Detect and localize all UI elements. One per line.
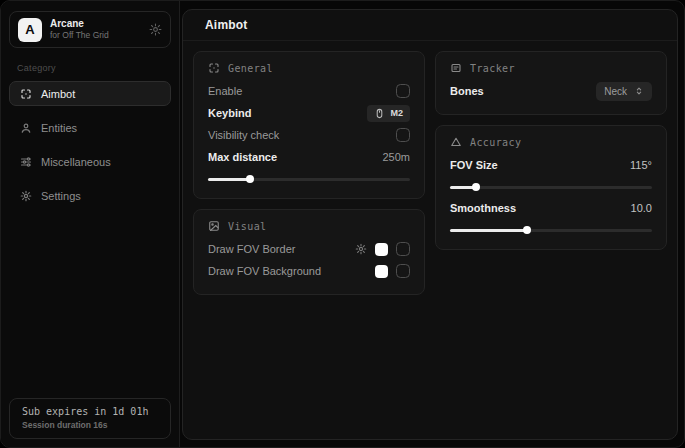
- bones-row: Bones Neck: [450, 80, 652, 102]
- card-title: General: [228, 63, 273, 74]
- image-icon: [208, 220, 220, 232]
- fov-size-row: FOV Size 115°: [450, 154, 652, 176]
- draw-fov-background-row: Draw FOV Background: [208, 260, 410, 282]
- mouse-icon: [374, 108, 385, 119]
- app-title-block: Arcane for Off The Grid: [50, 18, 141, 41]
- tracker-card: Tracker Bones Neck: [435, 51, 667, 115]
- app-window: A Arcane for Off The Grid Category: [0, 0, 685, 448]
- chevron-up-down-icon: [634, 86, 644, 96]
- keybind-value: M2: [390, 108, 403, 118]
- app-subtitle: for Off The Grid: [50, 30, 141, 41]
- user-icon: [20, 122, 32, 134]
- draw-fov-border-checkbox[interactable]: [396, 242, 410, 256]
- accuracy-card-header: Accuracy: [450, 136, 652, 148]
- fov-border-color-swatch[interactable]: [375, 243, 388, 256]
- fov-background-color-swatch[interactable]: [375, 265, 388, 278]
- sidebar-item-label: Entities: [41, 122, 77, 134]
- page-title: Aimbot: [205, 18, 248, 32]
- sidebar: A Arcane for Off The Grid Category: [1, 1, 180, 447]
- max-distance-label: Max distance: [208, 151, 277, 163]
- fov-size-slider[interactable]: [450, 183, 652, 191]
- enable-row: Enable: [208, 80, 410, 102]
- subscription-card: Sub expires in 1d 01h Session duration 1…: [9, 398, 171, 439]
- visual-card: Visual Draw FOV Border: [193, 209, 425, 295]
- sidebar-item-label: Aimbot: [41, 88, 75, 100]
- card-title: Visual: [228, 221, 267, 232]
- slider-fill: [208, 178, 250, 181]
- visibility-check-label: Visibility check: [208, 129, 279, 141]
- fov-background-controls: [375, 264, 410, 278]
- slider-fill: [450, 186, 476, 189]
- tracker-card-header: Tracker: [450, 62, 652, 74]
- draw-fov-border-row: Draw FOV Border: [208, 238, 410, 260]
- draw-fov-background-label: Draw FOV Background: [208, 265, 321, 277]
- bones-selected-value: Neck: [604, 86, 627, 97]
- draw-fov-border-label: Draw FOV Border: [208, 243, 295, 255]
- smoothness-slider[interactable]: [450, 226, 652, 234]
- slider-track: [450, 186, 652, 189]
- sidebar-item-label: Settings: [41, 190, 81, 202]
- keybind-label: Keybind: [208, 107, 251, 119]
- enable-label: Enable: [208, 85, 242, 97]
- crosshair-icon: [20, 88, 32, 100]
- smoothness-row: Smoothness 10.0: [450, 197, 652, 219]
- smoothness-value: 10.0: [631, 202, 652, 214]
- max-distance-value: 250m: [382, 151, 410, 163]
- category-label: Category: [17, 63, 163, 73]
- smoothness-label: Smoothness: [450, 202, 516, 214]
- slider-fill: [450, 229, 527, 232]
- triangle-icon: [450, 136, 462, 148]
- keybind-button[interactable]: M2: [367, 105, 410, 122]
- fov-size-value: 115°: [630, 159, 652, 171]
- crosshair-icon: [208, 62, 220, 74]
- visibility-check-checkbox[interactable]: [396, 128, 410, 142]
- max-distance-slider[interactable]: [208, 175, 410, 183]
- right-column: Tracker Bones Neck: [435, 51, 667, 250]
- general-card: General Enable Keybind: [193, 51, 425, 199]
- enable-checkbox[interactable]: [396, 84, 410, 98]
- content-area: General Enable Keybind: [183, 41, 677, 305]
- card-title: Accuracy: [470, 137, 521, 148]
- general-card-header: General: [208, 62, 410, 74]
- main-panel: Aimbot General E: [182, 9, 678, 440]
- sidebar-item-miscellaneous[interactable]: Miscellaneous: [9, 149, 171, 174]
- accuracy-card: Accuracy FOV Size 115° Smoothness 10.0: [435, 125, 667, 250]
- app-name: Arcane: [50, 18, 141, 31]
- fov-size-label: FOV Size: [450, 159, 498, 171]
- sliders-icon: [20, 156, 32, 168]
- fov-border-controls: [355, 242, 410, 256]
- sidebar-item-entities[interactable]: Entities: [9, 115, 171, 140]
- sidebar-item-settings[interactable]: Settings: [9, 183, 171, 208]
- gear-icon[interactable]: [149, 23, 162, 36]
- left-column: General Enable Keybind: [193, 51, 425, 295]
- sub-expiry-text: Sub expires in 1d 01h: [22, 406, 158, 417]
- bones-label: Bones: [450, 85, 484, 97]
- max-distance-row: Max distance 250m: [208, 146, 410, 168]
- panel-lines-icon: [450, 62, 462, 74]
- gear-icon: [20, 190, 32, 202]
- bones-select[interactable]: Neck: [596, 82, 652, 101]
- app-header-card: A Arcane for Off The Grid: [9, 11, 171, 48]
- app-logo: A: [18, 18, 42, 42]
- keybind-row: Keybind M2: [208, 102, 410, 124]
- main-header: Aimbot: [183, 10, 677, 41]
- visual-card-header: Visual: [208, 220, 410, 232]
- sidebar-nav: Aimbot Entities Miscella: [1, 81, 179, 208]
- sidebar-item-aimbot[interactable]: Aimbot: [9, 81, 171, 106]
- slider-track: [450, 229, 652, 232]
- draw-fov-background-checkbox[interactable]: [396, 264, 410, 278]
- session-duration-text: Session duration 16s: [22, 420, 158, 430]
- card-title: Tracker: [470, 63, 515, 74]
- slider-track: [208, 178, 410, 181]
- visibility-check-row: Visibility check: [208, 124, 410, 146]
- gear-icon[interactable]: [355, 243, 367, 255]
- sidebar-item-label: Miscellaneous: [41, 156, 111, 168]
